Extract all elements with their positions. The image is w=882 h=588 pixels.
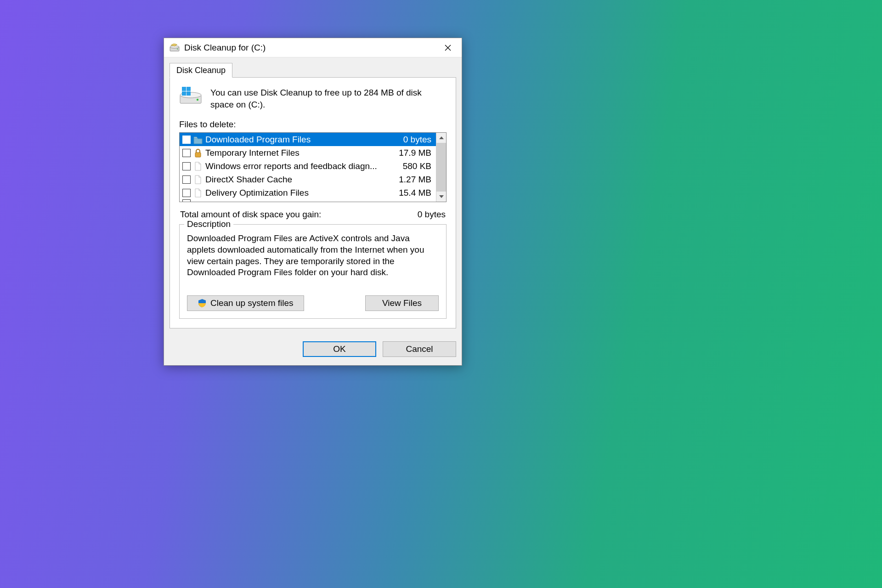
drive-icon <box>170 44 180 52</box>
shield-icon <box>198 299 207 308</box>
checkbox[interactable] <box>182 136 191 144</box>
item-size: 17.9 MB <box>399 148 431 158</box>
files-to-delete-label: Files to delete: <box>179 119 447 130</box>
scroll-down-button[interactable] <box>436 192 446 202</box>
list-item-windows-error-reports[interactable]: Windows error reports and feedback diagn… <box>180 159 436 173</box>
tabs-area: Disk Cleanup You can use Disk Clean <box>164 57 462 365</box>
item-label: DirectX Shader Cache <box>205 175 392 185</box>
button-label: OK <box>333 344 345 354</box>
description-title: Description <box>184 219 233 229</box>
list-item-delivery-optimization-files[interactable]: Delivery Optimization Files 15.4 MB <box>180 186 436 199</box>
clean-up-system-files-button[interactable]: Clean up system files <box>187 295 304 311</box>
titlebar: Disk Cleanup for (C:) <box>164 38 462 57</box>
item-label: Downloaded Program Files <box>205 135 397 145</box>
scroll-up-button[interactable] <box>436 133 446 143</box>
tab-panel: You can use Disk Cleanup to free up to 2… <box>170 77 456 328</box>
checkbox[interactable] <box>182 189 191 197</box>
svg-point-2 <box>177 48 178 49</box>
checkbox[interactable] <box>182 149 191 157</box>
item-label: Windows error reports and feedback diagn… <box>205 161 396 171</box>
total-value: 0 bytes <box>418 209 446 220</box>
list-item-directx-shader-cache[interactable]: DirectX Shader Cache 1.27 MB <box>180 173 436 186</box>
item-size: 580 KB <box>403 161 431 171</box>
item-label: Delivery Optimization Files <box>205 188 392 198</box>
checkbox[interactable] <box>182 175 191 184</box>
lock-icon <box>193 148 203 158</box>
file-icon <box>193 188 203 198</box>
cleanup-drive-icon <box>179 86 202 110</box>
tab-disk-cleanup[interactable]: Disk Cleanup <box>170 63 232 78</box>
button-label: Cancel <box>406 344 433 354</box>
scrollbar[interactable] <box>436 133 446 202</box>
file-icon <box>193 175 203 185</box>
svg-rect-7 <box>187 87 191 91</box>
file-icon <box>193 161 203 171</box>
ok-button[interactable]: OK <box>303 341 376 357</box>
svg-rect-10 <box>195 153 201 157</box>
checkbox[interactable] <box>182 162 191 170</box>
dialog-button-bar: OK Cancel <box>170 335 456 357</box>
item-size: 0 bytes <box>403 135 431 145</box>
files-list: Downloaded Program Files 0 bytes Tempora… <box>179 132 447 202</box>
button-label: View Files <box>382 298 422 308</box>
list-item-temporary-internet-files[interactable]: Temporary Internet Files 17.9 MB <box>180 146 436 159</box>
close-button[interactable] <box>437 40 459 56</box>
description-text: Downloaded Program Files are ActiveX con… <box>187 233 439 283</box>
description-group: Description Downloaded Program Files are… <box>179 224 447 319</box>
folder-icon <box>193 135 203 145</box>
window-title: Disk Cleanup for (C:) <box>184 43 266 53</box>
disk-cleanup-dialog: Disk Cleanup for (C:) Disk Cleanup <box>164 38 462 366</box>
svg-point-5 <box>197 99 198 101</box>
total-label: Total amount of disk space you gain: <box>180 209 321 220</box>
cancel-button[interactable]: Cancel <box>383 341 456 357</box>
view-files-button[interactable]: View Files <box>365 295 439 311</box>
list-item-partial <box>180 199 436 202</box>
item-size: 1.27 MB <box>399 175 431 185</box>
item-label: Temporary Internet Files <box>205 148 392 158</box>
item-size: 15.4 MB <box>399 188 431 198</box>
list-item-downloaded-program-files[interactable]: Downloaded Program Files 0 bytes <box>180 133 436 146</box>
scroll-track[interactable] <box>436 143 446 192</box>
intro-text: You can use Disk Cleanup to free up to 2… <box>210 86 447 110</box>
svg-rect-6 <box>182 87 186 91</box>
svg-rect-8 <box>182 91 186 96</box>
button-label: Clean up system files <box>210 298 294 308</box>
svg-rect-9 <box>187 91 191 96</box>
